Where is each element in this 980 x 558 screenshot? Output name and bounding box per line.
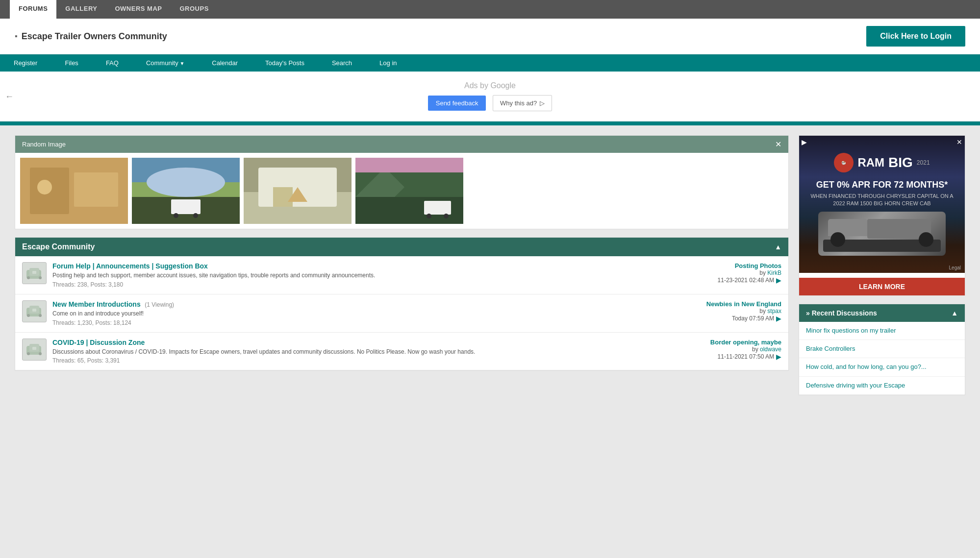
random-image-1[interactable] xyxy=(20,158,128,224)
svg-point-7 xyxy=(147,168,225,197)
nav-todays-posts[interactable]: Today's Posts xyxy=(251,54,318,72)
forum-info-2: New Member Introductions (1 Viewing) Com… xyxy=(52,300,678,326)
recent-discussions: » Recent Discussions ▲ Minor fix questio… xyxy=(799,304,965,395)
nav-faq[interactable]: FAQ xyxy=(92,54,132,72)
send-feedback-button[interactable]: Send feedback xyxy=(428,96,486,111)
forum-icon-2 xyxy=(22,300,47,322)
ad-report-icon[interactable]: ▶ xyxy=(802,138,807,146)
last-post-arrow-3[interactable]: ▶ xyxy=(776,353,781,361)
last-post-arrow-1[interactable]: ▶ xyxy=(776,276,781,284)
forum-title-2[interactable]: New Member Introductions xyxy=(52,300,141,308)
community-header: Escape Community ▲ xyxy=(15,238,788,256)
forum-last-title-2[interactable]: Newbies in New England xyxy=(683,300,781,308)
forum-last-2: Newbies in New England by stpax Today 07… xyxy=(683,300,781,322)
recent-disc-item-1[interactable]: Minor fix questions on my trailer xyxy=(799,322,965,340)
site-header: ▪ Escape Trailer Owners Community Click … xyxy=(0,19,980,54)
recent-discussions-title: » Recent Discussions xyxy=(806,309,877,317)
learn-more-button[interactable]: LEARN MORE xyxy=(799,278,965,295)
forum-last-author-1[interactable]: KirkB xyxy=(767,269,781,276)
forum-viewing-2: (1 Viewing) xyxy=(145,301,174,308)
login-button[interactable]: Click Here to Login xyxy=(866,26,965,47)
forum-title-3[interactable]: COVID-19 | Discussion Zone xyxy=(52,339,145,346)
recent-disc-item-2[interactable]: Brake Controllers xyxy=(799,340,965,358)
ad-legal-text: Legal xyxy=(949,265,961,270)
nav-owners-map[interactable]: OWNERS MAP xyxy=(106,0,171,19)
forum-last-title-1[interactable]: Posting Photos xyxy=(683,262,781,269)
ad-image: ▶ ✕ 🐏 RAM BIG 2021 GET 0% APR FOR 72 MON… xyxy=(799,136,965,273)
nav-search[interactable]: Search xyxy=(318,54,366,72)
svg-point-26 xyxy=(27,276,30,279)
ad-back-button[interactable]: ← xyxy=(5,91,14,101)
forum-icon-3 xyxy=(22,339,47,361)
left-column: Random Image ✕ xyxy=(15,135,789,395)
nav-register[interactable]: Register xyxy=(0,54,51,72)
svg-rect-33 xyxy=(32,309,36,312)
recent-disc-item-4[interactable]: Defensive driving with your Escape xyxy=(799,377,965,395)
forum-desc-1: Posting help and tech support, member ac… xyxy=(52,271,678,280)
forum-last-3: Border opening, maybe by oldwave 11-11-2… xyxy=(683,339,781,361)
forum-last-date-2: Today 07:59 AM ▶ xyxy=(683,315,781,322)
ad-close-icon[interactable]: ✕ xyxy=(956,138,962,146)
forum-last-author-2[interactable]: stpax xyxy=(767,308,781,315)
ad-year: 2021 xyxy=(917,159,930,166)
svg-point-23 xyxy=(444,214,449,218)
forum-row-2: New Member Introductions (1 Viewing) Com… xyxy=(15,294,788,333)
random-image-close-icon[interactable]: ✕ xyxy=(775,140,781,149)
forum-last-date-1: 11-23-2021 02:48 AM ▶ xyxy=(683,276,781,284)
ram-logo: 🐏 RAM BIG 2021 xyxy=(834,153,930,172)
collapse-icon[interactable]: ▲ xyxy=(775,243,781,251)
svg-rect-20 xyxy=(355,158,463,172)
site-title: Escape Trailer Owners Community xyxy=(22,31,167,42)
svg-point-36 xyxy=(27,352,30,355)
community-title: Escape Community xyxy=(22,243,95,251)
why-this-ad-button[interactable]: Why this ad? ▷ xyxy=(493,95,552,111)
random-image-title: Random Image xyxy=(22,141,66,148)
forum-desc-2: Come on in and introduce yourself! xyxy=(52,310,678,318)
forum-last-by-2: by stpax xyxy=(683,308,781,315)
ram-advertisement: ▶ ✕ 🐏 RAM BIG 2021 GET 0% APR FOR 72 MON… xyxy=(799,135,965,296)
svg-rect-8 xyxy=(171,199,201,214)
forum-desc-3: Discussions about Coronavirus / COVID-19… xyxy=(52,348,678,356)
nav-groups[interactable]: GROUPS xyxy=(171,0,217,19)
random-images-container xyxy=(15,153,788,229)
top-navigation: FORUMS GALLERY OWNERS MAP GROUPS xyxy=(0,0,980,19)
svg-rect-2 xyxy=(74,172,118,207)
nav-files[interactable]: Files xyxy=(51,54,92,72)
random-image-4[interactable] xyxy=(355,158,463,224)
logo-icon: ▪ xyxy=(15,32,18,41)
why-ad-icon: ▷ xyxy=(540,99,545,107)
svg-point-3 xyxy=(37,180,52,194)
svg-point-10 xyxy=(193,213,198,218)
nav-forums[interactable]: FORUMS xyxy=(10,0,56,19)
random-image-3[interactable] xyxy=(244,158,352,224)
forum-last-date-3: 11-11-2021 07:50 AM ▶ xyxy=(683,353,781,361)
recent-disc-item-3[interactable]: How cold, and for how long, can you go?.… xyxy=(799,358,965,376)
recent-discussions-collapse[interactable]: ▲ xyxy=(951,309,958,317)
svg-rect-28 xyxy=(32,271,36,274)
site-logo: ▪ Escape Trailer Owners Community xyxy=(15,31,167,42)
nav-login[interactable]: Log in xyxy=(366,54,410,72)
truck-image xyxy=(818,212,946,256)
svg-point-27 xyxy=(39,276,42,279)
svg-point-9 xyxy=(174,213,178,218)
forum-last-1: Posting Photos by KirkB 11-23-2021 02:48… xyxy=(683,262,781,284)
forum-last-title-3[interactable]: Border opening, maybe xyxy=(683,339,781,346)
nav-community[interactable]: Community xyxy=(132,54,198,72)
svg-point-37 xyxy=(39,352,42,355)
forum-stats-2: Threads: 1,230, Posts: 18,124 xyxy=(52,319,678,326)
forum-last-by-1: by KirkB xyxy=(683,269,781,276)
random-image-2[interactable] xyxy=(132,158,240,224)
random-image-header: Random Image ✕ xyxy=(15,136,788,153)
svg-point-32 xyxy=(39,314,42,317)
ad-deal-sub: WHEN FINANCED THROUGH CHRYSLER CAPITAL O… xyxy=(809,193,955,207)
forum-title-1[interactable]: Forum Help | Announcements | Suggestion … xyxy=(52,262,208,270)
ads-by-google-label: Ads by Google xyxy=(10,81,970,90)
nav-calendar[interactable]: Calendar xyxy=(198,54,251,72)
svg-rect-14 xyxy=(273,187,293,207)
forum-last-author-3[interactable]: oldwave xyxy=(760,346,781,353)
svg-point-31 xyxy=(27,314,30,317)
community-box: Escape Community ▲ Forum Help | A xyxy=(15,237,789,371)
forum-stats-1: Threads: 238, Posts: 3,180 xyxy=(52,281,678,288)
last-post-arrow-2[interactable]: ▶ xyxy=(776,315,781,322)
nav-gallery[interactable]: GALLERY xyxy=(56,0,106,19)
